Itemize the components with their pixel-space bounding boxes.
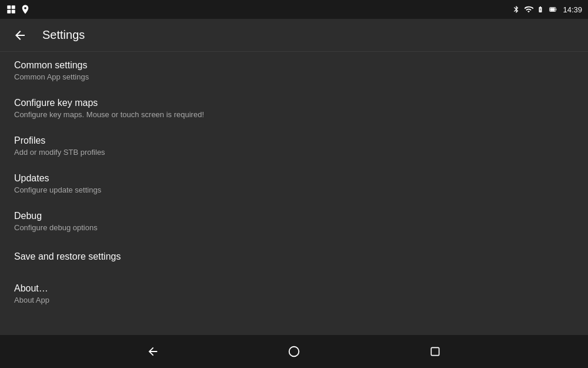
bluetooth-icon (512, 5, 520, 14)
charging-icon (537, 5, 544, 14)
divider-5 (0, 273, 588, 274)
settings-item-title-about: About… (14, 283, 574, 294)
battery-icon (547, 5, 559, 14)
divider-4 (0, 241, 588, 242)
notification-icon-1 (6, 4, 16, 15)
back-arrow-icon (13, 28, 27, 42)
settings-item-common-settings[interactable]: Common settingsCommon App settings (0, 52, 588, 89)
app-bar-title: Settings (42, 28, 85, 42)
settings-list: Common settingsCommon App settingsConfig… (0, 52, 588, 335)
svg-rect-8 (431, 347, 439, 355)
settings-item-about[interactable]: About…About App (0, 275, 588, 313)
svg-rect-2 (7, 10, 11, 14)
svg-rect-5 (556, 9, 557, 10)
svg-rect-1 (12, 5, 15, 9)
svg-point-7 (289, 347, 299, 357)
settings-item-title-common-settings: Common settings (14, 60, 574, 71)
settings-item-updates[interactable]: UpdatesConfigure update settings (0, 165, 588, 203)
status-bar-right: 14:39 (512, 5, 582, 14)
settings-item-title-configure-key-maps: Configure key maps (14, 98, 574, 108)
svg-rect-6 (550, 8, 555, 11)
settings-item-subtitle-common-settings: Common App settings (14, 72, 574, 81)
settings-item-configure-key-maps[interactable]: Configure key mapsConfigure key maps. Mo… (0, 89, 588, 127)
wifi-icon (524, 5, 533, 14)
settings-item-title-profiles: Profiles (14, 135, 574, 146)
settings-item-subtitle-configure-key-maps: Configure key maps. Mouse or touch scree… (14, 110, 574, 119)
settings-item-title-debug: Debug (14, 211, 574, 221)
nav-back-button[interactable] (141, 340, 165, 363)
settings-item-save-restore[interactable]: Save and restore settings (0, 243, 588, 272)
nav-bar (0, 335, 588, 368)
settings-item-subtitle-updates: Configure update settings (14, 185, 574, 194)
notification-icon-2 (20, 4, 31, 15)
nav-recents-button[interactable] (423, 340, 447, 363)
svg-rect-0 (7, 5, 11, 9)
time-display: 14:39 (563, 5, 582, 14)
nav-home-button[interactable] (282, 340, 306, 363)
status-bar: 14:39 (0, 0, 588, 19)
settings-item-subtitle-about: About App (14, 296, 574, 304)
settings-item-profiles[interactable]: ProfilesAdd or modify STB profiles (0, 127, 588, 165)
settings-item-debug[interactable]: DebugConfigure debug options (0, 203, 588, 240)
settings-item-subtitle-profiles: Add or modify STB profiles (14, 148, 574, 157)
settings-item-title-updates: Updates (14, 173, 574, 184)
status-bar-left (6, 4, 31, 15)
settings-item-title-save-restore: Save and restore settings (14, 251, 574, 262)
svg-rect-3 (12, 10, 15, 14)
settings-item-subtitle-debug: Configure debug options (14, 223, 574, 232)
app-bar: Settings (0, 19, 588, 52)
back-button[interactable] (9, 25, 31, 46)
